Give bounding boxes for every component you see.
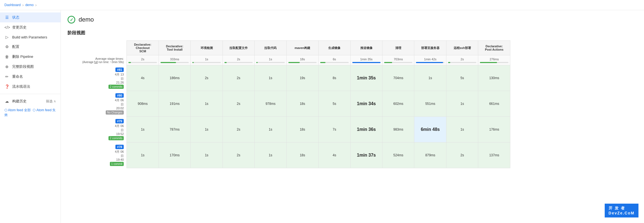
sidebar-item-status[interactable]: ☰ 状态 [0,12,61,22]
stage-table: Declarative:CheckoutSCM Declarative:Tool… [68,40,510,168]
stage-cell: 983ms [382,117,414,142]
sidebar-item-fullstage[interactable]: ⊕ 完整阶段视图 [0,62,61,72]
sidebar-item-build[interactable]: ▷ Build with Parameters [0,32,61,42]
stage-cell: 4s [319,142,350,168]
breadcrumb: Dashboard › demo › [0,0,644,10]
table-row[interactable]: #80 4月 06日20:02 No Changes 908ms191ms1s2… [68,91,510,117]
sidebar: ☰ 状态 </> 变更历史 ▷ Build with Parameters ⚙ … [0,10,61,223]
code-icon: </> [4,25,9,30]
stage-cell: 7s [319,117,350,142]
stage-cell: 1s [127,117,159,142]
col-header-empty [68,41,127,55]
sidebar-item-syntax[interactable]: ❓ 流水线语法 [0,82,61,92]
stage-cell: 8s [319,65,350,91]
stage-cell: 6min 48s [414,117,446,142]
stage-cell: 1min 34s [350,91,382,117]
stage-cell: 1s [191,142,223,168]
atom-icon2: ⬡ [33,108,35,112]
stage-cell: 704ms [382,65,414,91]
breadcrumb-dashboard[interactable]: Dashboard [4,3,21,7]
stage-cell: 1s [191,117,223,142]
sidebar-label-changes: 变更历史 [12,25,27,30]
sidebar-label-rename: 重命名 [12,74,23,79]
sidebar-item-config[interactable]: ⚙ 配置 [0,42,61,52]
col-header-6: 生成镜像 [319,41,350,55]
col-header-3: 拉取配置文件 [223,41,254,55]
build-history-header: ☁ 构建历史 筛选 ∧ [0,96,61,106]
build-history-title: ☁ 构建历史 [4,99,27,104]
build-history-section: ☁ 构建历史 筛选 ∧ ⬡ Atom feed 全部 ⬡ Atom feed 失… [0,94,61,119]
section-title: 阶段视图 [68,30,637,36]
sidebar-label-fullstage: 完整阶段视图 [12,64,34,69]
stage-cell: 2s [223,65,254,91]
gear-icon: ⚙ [4,45,9,49]
stage-cell: 2s [446,142,478,168]
sidebar-label-build: Build with Parameters [12,35,47,39]
col-header-5: maven构建 [286,41,318,55]
table-row[interactable]: #79 4月 06日19:52 2 commits 1s787ms1s2s1s1… [68,117,510,142]
page-title: demo [79,16,94,23]
stage-cell: 908ms [127,91,159,117]
stage-cell: 1s [255,142,286,168]
sidebar-item-changes[interactable]: </> 变更历史 [0,22,61,32]
col-header-7: 推送镜像 [350,41,382,55]
sidebar-label-config: 配置 [12,44,19,49]
stage-cell: 1min 37s [350,142,382,168]
atom-feed-all[interactable]: Atom feed 全部 [8,108,31,112]
sidebar-label-syntax: 流水线语法 [12,84,30,89]
stage-cell: 2s [223,142,254,168]
atom-feeds: ⬡ Atom feed 全部 ⬡ Atom feed 失效 [0,106,61,119]
filter-label: 筛选 ∧ [46,99,56,104]
breadcrumb-demo[interactable]: demo [25,3,33,7]
stage-cell: 879ms [414,142,446,168]
stage-view: Declarative:CheckoutSCM Declarative:Tool… [68,40,637,168]
stage-cell: 1min 35s [350,65,382,91]
table-row[interactable]: #81 4月 13日21:26 2 commits 4s186ms2s2s1s1… [68,65,510,91]
trash-icon: 🗑 [4,55,9,59]
pencil-icon: ✏ [4,74,9,79]
stage-cell: 4s [127,65,159,91]
stage-cell: 2s [223,91,254,117]
stage-cell: 1s [414,65,446,91]
stage-cell: 170ms [159,142,190,168]
col-header-1: Declarative:Tool Install [159,41,190,55]
stage-cell: 1min 36s [350,117,382,142]
stage-cell: 18s [286,91,318,117]
stage-cell: 2s [223,117,254,142]
success-icon: ✓ [68,16,75,24]
stage-cell: 186ms [159,65,190,91]
stage-cell: 176ms [478,117,510,142]
col-header-2: 环境检测 [191,41,223,55]
page-title-row: ✓ demo [68,16,637,24]
stage-cell: 137ms [478,142,510,168]
stage-cell: 1s [446,117,478,142]
build-history-controls[interactable]: 筛选 ∧ [46,99,56,104]
col-header-11: Declarative:Post Actions [478,41,510,55]
col-header-10: 远程ssh部署 [446,41,478,55]
stage-cell: 130ms [478,65,510,91]
watermark: 开 发 者DevZe.CoM [605,204,638,217]
stage-cell: 2s [191,65,223,91]
sidebar-item-rename[interactable]: ✏ 重命名 [0,72,61,82]
breadcrumb-sep1: › [22,3,24,7]
main-content: ✓ demo 阶段视图 Declarative:CheckoutSCM Decl… [61,10,644,223]
sidebar-item-delete[interactable]: 🗑 删除 Pipeline [0,52,61,62]
play-icon: ▷ [4,35,9,39]
document-icon: ☰ [4,15,9,20]
stage-cell: 1s [255,117,286,142]
table-row[interactable]: #78 4月 06日19:40 1 commit 1s170ms1s2s1s18… [68,142,510,168]
col-header-4: 拉取代码 [255,41,286,55]
stage-cell: 1s [255,65,286,91]
stage-cell: 5s [319,91,350,117]
atom-icon: ⬡ [4,108,7,112]
stage-cell: 978ms [255,91,286,117]
breadcrumb-sep2: › [35,3,37,7]
col-header-9: 部署至服务器 [414,41,446,55]
cloud-icon: ☁ [4,99,9,103]
sidebar-label-delete: 删除 Pipeline [12,54,33,59]
stage-cell: 191ms [159,91,190,117]
question-icon: ❓ [4,84,9,89]
stage-cell: 1s [191,91,223,117]
stage-cell: 19s [286,65,318,91]
col-header-0: Declarative:CheckoutSCM [127,41,159,55]
